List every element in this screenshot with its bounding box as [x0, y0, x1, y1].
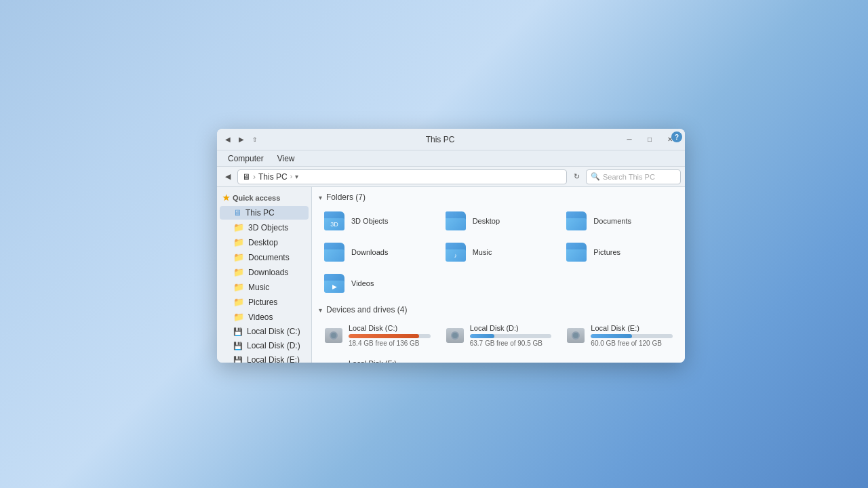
minimize-button[interactable]: ─ — [620, 133, 639, 146]
folder-item-videos[interactable]: ▶ Videos — [319, 270, 436, 297]
forward-button[interactable]: ▶ — [236, 134, 247, 145]
folders-section-header: ▾ Folders (7) — [319, 192, 678, 202]
sidebar-item-3d-objects[interactable]: 📁 3D Objects — [220, 220, 309, 235]
folder-thumb-videos: ▶ — [324, 274, 346, 293]
folders-title: Folders (7) — [326, 192, 366, 202]
search-placeholder: Search This PC — [603, 173, 655, 181]
drive-bar-d — [470, 334, 494, 338]
hdd-icon-d — [446, 328, 464, 343]
sidebar-item-desktop[interactable]: 📁 Desktop — [220, 235, 309, 249]
sidebar: ★ Quick access 🖥 This PC 📁 3D Objects 📁 … — [217, 187, 312, 363]
sidebar-item-disk-c[interactable]: 💾 Local Disk (C:) — [220, 325, 309, 338]
sidebar-item-pictures[interactable]: 📁 Pictures — [220, 295, 309, 309]
drives-chevron[interactable]: ▾ — [319, 306, 322, 314]
sidebar-label-disk-e: Local Disk (E:) — [247, 355, 300, 363]
folder-icon-3: 📁 — [233, 252, 244, 262]
folder-item-documents[interactable]: Documents — [561, 207, 678, 235]
drive-thumb-c — [324, 327, 343, 344]
folder-thumb-3d: 3D — [324, 211, 346, 230]
address-bar: ◀ 🖥 › This PC › ▾ ↻ 🔍 Search This PC ? — [217, 167, 685, 187]
drive-item-f[interactable]: Local Disk (F:) 537 GB free of 700 GB — [319, 355, 436, 363]
folder-item-desktop[interactable]: Desktop — [440, 207, 557, 235]
restore-button[interactable]: □ — [640, 133, 659, 146]
quick-access-header[interactable]: ★ Quick access — [217, 191, 311, 205]
drive-name-f: Local Disk (F:) — [349, 359, 431, 363]
drive-size-c: 18.4 GB free of 136 GB — [349, 340, 431, 347]
folder-thumb-desktop — [446, 211, 467, 230]
folder-item-pictures[interactable]: Pictures — [561, 239, 678, 266]
folder-thumb-documents — [566, 211, 588, 230]
drive-info-e: Local Disk (E:) 60.0 GB free of 120 GB — [591, 324, 673, 347]
drive-thumb-d — [446, 327, 465, 344]
search-box[interactable]: 🔍 Search This PC — [586, 169, 681, 184]
sidebar-item-downloads[interactable]: 📁 Downloads — [220, 265, 309, 279]
quick-access-section: ★ Quick access — [217, 191, 311, 205]
sidebar-label-music: Music — [248, 283, 269, 292]
drive-info-d: Local Disk (D:) 63.7 GB free of 90.5 GB — [470, 324, 552, 347]
quick-access-label: Quick access — [233, 194, 280, 202]
drive-item-e[interactable]: Local Disk (E:) 60.0 GB free of 120 GB — [561, 320, 678, 351]
path-computer-icon: 🖥 — [242, 172, 250, 182]
folder-icon-6: 📁 — [233, 297, 244, 307]
folder-label-downloads: Downloads — [351, 248, 388, 256]
folder-item-downloads[interactable]: Downloads — [319, 239, 436, 266]
nav-icons: ◀ ▶ ⇧ — [222, 134, 260, 145]
hdd-icon-e — [567, 328, 585, 343]
folder-label-3d-objects: 3D Objects — [351, 217, 388, 225]
file-explorer-window: ◀ ▶ ⇧ This PC ─ □ ✕ Computer View ◀ 🖥 › … — [217, 129, 685, 363]
drive-size-d: 63.7 GB free of 90.5 GB — [470, 340, 552, 347]
folder-label-desktop: Desktop — [473, 217, 500, 225]
folder-item-music[interactable]: ♪ Music — [440, 239, 557, 266]
drive-info-c: Local Disk (C:) 18.4 GB free of 136 GB — [349, 324, 431, 347]
folder-icon-4: 📁 — [233, 267, 244, 277]
drive-bar-container-d — [470, 334, 552, 338]
folder-item-3d-objects[interactable]: 3D 3D Objects — [319, 207, 436, 235]
drive-item-d[interactable]: Local Disk (D:) 63.7 GB free of 90.5 GB — [440, 320, 557, 351]
folder-icon-7: 📁 — [233, 312, 244, 322]
folder-label-videos: Videos — [351, 279, 374, 287]
title-bar: ◀ ▶ ⇧ This PC ─ □ ✕ — [217, 129, 685, 150]
content-area: ★ Quick access 🖥 This PC 📁 3D Objects 📁 … — [217, 187, 685, 363]
drives-title: Devices and drives (4) — [326, 305, 407, 314]
folders-grid: 3D 3D Objects Desktop — [319, 207, 678, 297]
address-path[interactable]: 🖥 › This PC › ▾ — [237, 169, 567, 184]
sidebar-item-disk-e[interactable]: 💾 Local Disk (E:) — [220, 353, 309, 363]
drives-grid: Local Disk (C:) 18.4 GB free of 136 GB L… — [319, 320, 678, 363]
sidebar-label-disk-d: Local Disk (D:) — [247, 341, 300, 350]
folder-icon: 📁 — [233, 222, 244, 232]
sidebar-item-disk-d[interactable]: 💾 Local Disk (D:) — [220, 339, 309, 352]
folder-thumb-pictures — [566, 243, 588, 262]
menu-view[interactable]: View — [272, 152, 300, 165]
sidebar-item-music[interactable]: 📁 Music — [220, 280, 309, 294]
drive-item-c[interactable]: Local Disk (C:) 18.4 GB free of 136 GB — [319, 320, 436, 351]
folders-chevron[interactable]: ▾ — [319, 194, 322, 201]
sidebar-item-documents[interactable]: 📁 Documents — [220, 250, 309, 264]
sidebar-label-this-pc: This PC — [245, 208, 275, 218]
drive-name-c: Local Disk (C:) — [349, 324, 431, 332]
up-button[interactable]: ⇧ — [250, 134, 260, 145]
folder-label-documents: Documents — [593, 217, 631, 225]
menu-bar: Computer View — [217, 150, 685, 167]
window-controls: ─ □ ✕ — [620, 133, 679, 146]
addr-back[interactable]: ◀ — [221, 170, 235, 184]
sidebar-item-this-pc[interactable]: 🖥 This PC — [220, 206, 309, 220]
window-title: This PC — [260, 135, 620, 144]
hdd-icon-c — [325, 328, 342, 343]
refresh-button[interactable]: ↻ — [570, 170, 583, 184]
folder-icon-5: 📁 — [233, 282, 244, 292]
help-button[interactable]: ? — [671, 131, 682, 142]
drives-section-header: ▾ Devices and drives (4) — [319, 305, 678, 314]
sidebar-label-disk-c: Local Disk (C:) — [247, 327, 300, 336]
back-button[interactable]: ◀ — [222, 134, 233, 145]
sidebar-item-videos[interactable]: 📁 Videos — [220, 310, 309, 324]
folder-thumb-music: ♪ — [446, 243, 467, 262]
star-icon: ★ — [222, 193, 230, 203]
sidebar-label-documents: Documents — [248, 253, 290, 262]
sidebar-label-downloads: Downloads — [248, 268, 288, 277]
disk-icon-d: 💾 — [233, 342, 243, 350]
sidebar-label-3d-objects: 3D Objects — [248, 223, 288, 232]
disk-icon-c: 💾 — [233, 327, 243, 336]
folder-label-pictures: Pictures — [593, 248, 620, 256]
menu-computer[interactable]: Computer — [222, 152, 269, 165]
path-dropdown[interactable]: ▾ — [295, 173, 298, 180]
